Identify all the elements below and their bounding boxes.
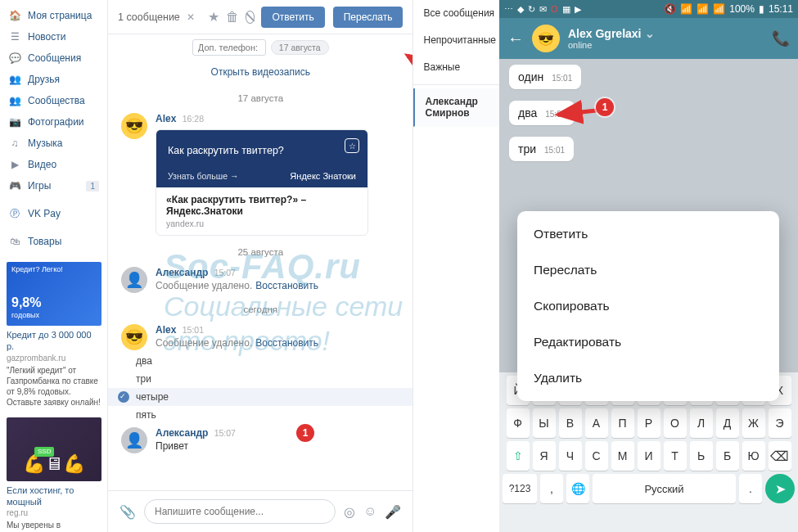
restore-link[interactable]: Восстановить <box>255 280 318 291</box>
key[interactable]: С <box>585 441 608 471</box>
key[interactable]: Л <box>690 408 713 438</box>
msg-line[interactable]: пять <box>108 406 413 424</box>
contact-name[interactable]: Alex Ggrelaxi⌄ <box>568 27 655 40</box>
clear-selection[interactable]: ✕ <box>187 11 195 23</box>
menu-delete[interactable]: Удалить <box>517 360 779 396</box>
msg-header: 1 сообщение ✕ ★ 🗑 Ответить Переслать <box>108 0 413 34</box>
restore-link[interactable]: Восстановить <box>255 337 318 349</box>
nav-goods[interactable]: 🛍Товары <box>0 231 107 252</box>
shift-key[interactable]: ⇧ <box>507 441 530 471</box>
filter-important[interactable]: Важные <box>413 54 505 81</box>
nav-communities[interactable]: 👥Сообщества <box>0 90 107 111</box>
space-key[interactable]: Русский <box>593 474 736 503</box>
avatar: 😎 <box>121 324 147 350</box>
reply-button[interactable]: Ответить <box>261 7 324 28</box>
nav-video[interactable]: ▶Видео <box>0 154 107 175</box>
filter-unread[interactable]: Непрочитанные <box>413 27 505 54</box>
bubble-row[interactable]: один15:01 <box>499 59 798 95</box>
link-card[interactable]: Как раскрутить твиттер? ☆ Узнать больше … <box>156 129 368 236</box>
key[interactable]: Д <box>716 408 739 438</box>
message-sasha-1[interactable]: 👤 Александр 15:07 Сообщение удалено.Восс… <box>108 264 413 298</box>
message-sasha-2[interactable]: 👤 Александр 15:07 Привет <box>108 424 413 458</box>
key[interactable]: М <box>611 441 634 471</box>
key[interactable]: Ь <box>690 441 713 471</box>
app-icon: ◆ <box>517 4 524 15</box>
games-icon: 🎮 <box>8 179 21 192</box>
backspace-key[interactable]: ⌫ <box>769 441 791 471</box>
camera-icon[interactable]: ◎ <box>344 504 355 520</box>
ad-image: Кредит? Легко! 9,8% годовых <box>7 262 101 326</box>
ad-2[interactable]: SSD 💪🖥💪 Если хостинг, то мощный reg.ru М… <box>7 417 101 532</box>
call-icon[interactable]: 📞 <box>772 29 790 47</box>
send-button[interactable]: ➤ <box>765 474 795 503</box>
key[interactable]: П <box>611 408 634 438</box>
forward-button[interactable]: Переслать <box>333 7 404 28</box>
message-alex-1[interactable]: 😎 Alex 16:28 Как раскрутить твиттер? ☆ У… <box>108 110 413 241</box>
spam-icon[interactable] <box>246 11 255 24</box>
key[interactable]: Т <box>664 441 687 471</box>
star-icon[interactable]: ★ <box>208 10 219 25</box>
back-icon[interactable]: ← <box>507 29 524 48</box>
key[interactable]: Ю <box>742 441 765 471</box>
key[interactable]: Р <box>638 408 660 438</box>
key[interactable]: А <box>585 408 608 438</box>
filter-user[interactable]: Александр Смирнов <box>413 88 505 127</box>
battery-pct: 100% <box>729 3 755 15</box>
date-separator: 25 августа <box>108 241 413 264</box>
key[interactable]: Э <box>769 408 791 438</box>
nav-friends[interactable]: 👥Друзья <box>0 69 107 90</box>
message-alex-2[interactable]: 😎 Alex 15:01 Сообщение удалено.Восстанов… <box>108 321 413 352</box>
menu-edit[interactable]: Редактировать <box>517 324 779 360</box>
attach-icon[interactable]: 📎 <box>119 503 136 520</box>
bubble-row[interactable]: два15:01 <box>499 95 798 131</box>
msg-time: 16:28 <box>183 114 204 124</box>
yt-icon: ▶ <box>575 4 581 15</box>
key[interactable]: Б <box>716 441 739 471</box>
emoji-icon[interactable]: ☺ <box>363 504 376 519</box>
open-video-link[interactable]: Открыть видеозапись <box>211 66 310 78</box>
nav-vkpay[interactable]: ⓅVK Pay <box>0 203 107 224</box>
composer-input[interactable] <box>144 499 336 524</box>
nav-my-page[interactable]: 🏠Моя страница <box>0 5 107 26</box>
comma-key[interactable]: , <box>540 474 563 503</box>
key[interactable]: Ф <box>507 408 530 438</box>
key[interactable]: В <box>559 408 582 438</box>
msg-line[interactable]: три <box>108 370 413 388</box>
bookmark-icon[interactable]: ☆ <box>345 138 359 153</box>
friends-icon: 👥 <box>8 73 21 86</box>
trash-icon[interactable]: 🗑 <box>226 10 239 25</box>
msg-line-selected[interactable]: четыре <box>108 388 413 406</box>
contact-avatar[interactable]: 😎 <box>532 25 560 52</box>
numeric-key[interactable]: ?123 <box>503 474 537 503</box>
menu-copy[interactable]: Скопировать <box>517 288 779 324</box>
key[interactable]: О <box>664 408 687 438</box>
ad-1[interactable]: Кредит? Легко! 9,8% годовых Кредит до 3 … <box>7 262 101 408</box>
voice-icon[interactable]: 🎤 <box>385 504 401 520</box>
key[interactable]: Я <box>533 441 556 471</box>
music-icon: ♫ <box>8 137 21 150</box>
menu-forward[interactable]: Переслать <box>517 252 779 288</box>
dot-key[interactable]: . <box>739 474 762 503</box>
msg-line[interactable]: два <box>108 352 413 370</box>
selection-count: 1 сообщение <box>118 11 180 23</box>
nav-news[interactable]: ☰Новости <box>0 26 107 47</box>
phone-input[interactable] <box>192 39 266 56</box>
filter-all[interactable]: Все сообщения <box>413 0 505 27</box>
msg-body[interactable]: 17 августа Открыть видеозапись 17 август… <box>108 34 413 490</box>
nav-music[interactable]: ♫Музыка <box>0 133 107 154</box>
nav-messages[interactable]: 💬Сообщения <box>0 47 107 69</box>
globe-key[interactable]: 🌐 <box>566 474 589 503</box>
mute-icon: 🔇 <box>664 3 676 15</box>
messages-panel: 1 сообщение ✕ ★ 🗑 Ответить Переслать 17 … <box>108 0 413 532</box>
notif-icon: ⋯ <box>504 4 513 15</box>
key[interactable]: Ж <box>742 408 765 438</box>
nav-games[interactable]: 🎮Игры1 <box>0 175 107 196</box>
status-bar: ⋯ ◆ ↻ ✉ O ▦ ▶ 🔇 📶 📶 📶 100% ▮ 15:11 <box>499 0 798 18</box>
key[interactable]: И <box>638 441 660 471</box>
context-menu: Ответить Переслать Скопировать Редактиро… <box>517 211 779 401</box>
menu-reply[interactable]: Ответить <box>517 216 779 252</box>
key[interactable]: Ч <box>559 441 582 471</box>
key[interactable]: Ы <box>533 408 556 438</box>
nav-photos[interactable]: 📷Фотографии <box>0 111 107 133</box>
bubble-row[interactable]: три15:01 <box>499 131 798 167</box>
